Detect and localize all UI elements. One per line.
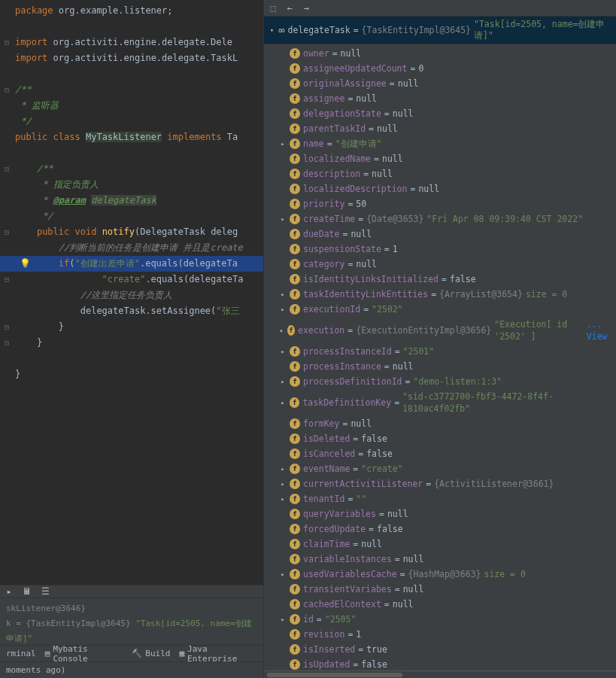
field-row[interactable]: ▸fexecutionId = "2502" <box>264 302 616 317</box>
field-row[interactable]: ▸fcreateTime = {Date@3653} "Fri Apr 08 0… <box>264 211 616 227</box>
back-icon[interactable]: ← <box>284 2 296 14</box>
field-row[interactable]: fcategory = null <box>264 257 616 272</box>
inspector-root-row[interactable]: ▾ ∞ delegateTask = {TaskEntityImpl@3645}… <box>264 17 616 44</box>
field-row[interactable]: fformKey = null <box>264 416 616 431</box>
field-icon: f <box>290 554 300 564</box>
field-equals: = <box>353 538 358 550</box>
chevron-right-icon[interactable]: ▸ <box>279 213 287 225</box>
field-row[interactable]: ▸fprocessDefinitionId = "demo-listen:1:3… <box>264 374 616 389</box>
bulb-icon[interactable]: 💡 <box>20 256 31 272</box>
field-row[interactable]: fprocessInstance = null <box>264 359 616 374</box>
chevron-right-icon[interactable]: ▸ <box>279 478 287 490</box>
field-row[interactable]: ▸ftenantId = "" <box>264 491 616 506</box>
inspector-body[interactable]: fowner = nullfassigneeUpdatedCount = 0fo… <box>264 44 616 670</box>
chevron-right-icon[interactable]: ▸ <box>279 138 287 150</box>
field-icon: f <box>290 48 300 59</box>
field-row[interactable]: fisIdentityLinksInitialized = false <box>264 272 616 287</box>
scroll-thumb[interactable] <box>267 673 402 677</box>
fold-icon[interactable]: ⊟ <box>5 335 9 351</box>
mybatis-tab[interactable]: ▤Mybatis Console <box>45 644 123 664</box>
field-row[interactable]: flocalizedName = null <box>264 151 616 166</box>
console-icon[interactable]: ▸ <box>3 585 15 597</box>
hammer-icon: 🔨 <box>132 649 142 658</box>
fold-icon[interactable]: ⊟ <box>5 82 9 98</box>
field-row[interactable]: fpriority = 50 <box>264 196 616 211</box>
field-row[interactable]: fassigneeUpdatedCount = 0 <box>264 61 616 76</box>
fold-icon[interactable]: ⊟ <box>5 319 9 335</box>
fold-icon[interactable]: ⊟ <box>5 272 9 287</box>
brace: } <box>37 337 42 348</box>
chevron-right-icon[interactable]: ▸ <box>279 288 287 300</box>
field-row[interactable]: ▸fname = "创建申请" <box>264 136 616 151</box>
horizontal-scrollbar[interactable] <box>264 670 616 678</box>
view-link[interactable]: ... View <box>587 318 616 342</box>
terminal-tab[interactable]: rminal <box>6 649 36 658</box>
calculator-icon[interactable]: 🖩 <box>21 585 33 597</box>
field-row[interactable]: fisUpdated = false <box>264 657 616 670</box>
field-icon: f <box>290 509 300 519</box>
field-row[interactable]: fvariableInstances = null <box>264 552 616 567</box>
chevron-right-icon[interactable]: ▸ <box>279 613 287 625</box>
forward-icon[interactable]: → <box>300 2 312 14</box>
field-row[interactable]: fowner = null <box>264 46 616 61</box>
fold-icon[interactable]: ⊟ <box>5 161 9 177</box>
field-row[interactable]: fassignee = null <box>264 91 616 106</box>
field-row[interactable]: fsuspensionState = 1 <box>264 242 616 257</box>
field-row[interactable]: ▸ftaskIdentityLinkEntities = {ArrayList@… <box>264 287 616 302</box>
field-name: eventName <box>303 463 350 475</box>
field-row[interactable]: fdelegationState = null <box>264 106 616 121</box>
fold-icon[interactable]: ⊟ <box>5 224 9 240</box>
field-icon: f <box>290 123 300 134</box>
field-row[interactable]: ▸fusedVariablesCache = {HashMap@3663} si… <box>264 567 616 582</box>
chevron-down-icon[interactable]: ▾ <box>269 26 275 34</box>
field-row[interactable]: fqueryVariables = null <box>264 506 616 521</box>
field-row[interactable]: ▸fprocessInstanceId = "2501" <box>264 344 616 359</box>
field-equals: = <box>394 397 399 409</box>
field-row[interactable]: ▸fid = "2505" <box>264 612 616 627</box>
field-icon: f <box>290 418 300 429</box>
field-row[interactable]: ▸fcurrentActivitiListener = {ActivitiLis… <box>264 476 616 491</box>
field-row[interactable]: fdescription = null <box>264 166 616 181</box>
field-value: null <box>387 508 408 520</box>
field-row[interactable]: foriginalAssignee = null <box>264 76 616 91</box>
field-equals: = <box>358 213 363 225</box>
field-name: createTime <box>303 213 355 225</box>
field-row[interactable]: fcachedElContext = null <box>264 597 616 612</box>
field-icon: f <box>290 494 300 504</box>
field-row[interactable]: ▸ftaskDefinitionKey = "sid-c3772700-fbf3… <box>264 389 616 416</box>
field-row[interactable]: frevision = 1 <box>264 627 616 642</box>
chevron-right-icon[interactable]: ▸ <box>279 493 287 505</box>
build-tab[interactable]: 🔨Build <box>132 649 170 658</box>
chevron-right-icon[interactable]: ▸ <box>279 375 287 388</box>
chevron-right-icon[interactable]: ▸ <box>279 568 287 580</box>
field-row[interactable]: fisCanceled = false <box>264 446 616 461</box>
list-icon[interactable]: ☰ <box>39 585 51 597</box>
field-value: 1 <box>356 628 361 640</box>
doc-open: /** <box>15 84 32 95</box>
code-editor[interactable]: package org.example.listener; ⊟import or… <box>0 0 263 585</box>
field-row[interactable]: fparentTaskId = null <box>264 121 616 136</box>
chevron-right-icon[interactable]: ▸ <box>279 345 287 357</box>
frames-icon[interactable]: ⬚ <box>267 2 279 14</box>
root-var-name: delegateTask <box>288 25 350 35</box>
field-row[interactable]: fdueDate = null <box>264 227 616 242</box>
field-row[interactable]: ▸feventName = "create" <box>264 461 616 476</box>
field-name: id <box>303 613 314 625</box>
javaee-tab[interactable]: ▦Java Enterprise <box>179 644 257 664</box>
field-row[interactable]: ▸fexecution = {ExecutionEntityImpl@3656}… <box>264 317 616 344</box>
doc-close: */ <box>15 116 32 126</box>
chevron-right-icon[interactable]: ▸ <box>279 397 287 409</box>
field-row[interactable]: fclaimTime = null <box>264 537 616 552</box>
field-row[interactable]: fisInserted = true <box>264 642 616 657</box>
chevron-right-icon[interactable]: ▸ <box>279 324 284 336</box>
debug-variables[interactable]: skListener@3646} k = {TaskEntityImpl@364… <box>0 598 263 649</box>
field-row[interactable]: flocalizedDescription = null <box>264 181 616 196</box>
chevron-right-icon[interactable]: ▸ <box>279 463 287 475</box>
field-value: null <box>403 583 424 595</box>
fold-icon[interactable]: ⊟ <box>5 35 9 50</box>
field-icon: f <box>290 569 300 579</box>
field-row[interactable]: fisDeleted = false <box>264 431 616 446</box>
chevron-right-icon[interactable]: ▸ <box>279 303 287 315</box>
field-row[interactable]: ftransientVariabes = null <box>264 582 616 597</box>
field-row[interactable]: fforcedUpdate = false <box>264 521 616 537</box>
